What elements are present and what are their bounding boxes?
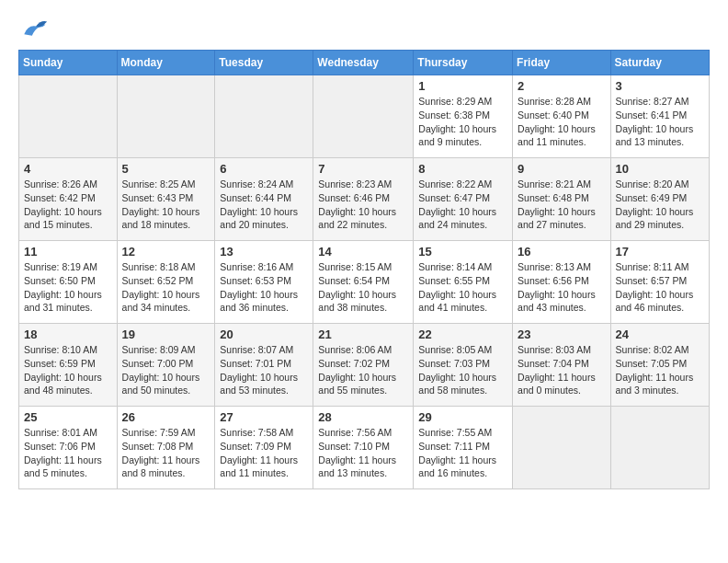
day-number: 23 bbox=[518, 327, 606, 341]
calendar-day-cell: 3Sunrise: 8:27 AM Sunset: 6:41 PM Daylig… bbox=[610, 75, 709, 158]
day-info: Sunrise: 8:02 AM Sunset: 7:05 PM Dayligh… bbox=[616, 343, 704, 397]
calendar-day-cell: 7Sunrise: 8:23 AM Sunset: 6:46 PM Daylig… bbox=[313, 158, 414, 241]
page-header bbox=[18, 18, 710, 40]
calendar-day-cell: 1Sunrise: 8:29 AM Sunset: 6:38 PM Daylig… bbox=[414, 75, 513, 158]
day-info: Sunrise: 7:55 AM Sunset: 7:11 PM Dayligh… bbox=[418, 426, 507, 480]
calendar-day-cell: 9Sunrise: 8:21 AM Sunset: 6:48 PM Daylig… bbox=[513, 158, 611, 241]
day-of-week-header: Thursday bbox=[414, 51, 513, 75]
day-info: Sunrise: 7:59 AM Sunset: 7:08 PM Dayligh… bbox=[122, 426, 210, 480]
day-number: 27 bbox=[220, 410, 308, 424]
day-number: 16 bbox=[518, 245, 606, 259]
day-info: Sunrise: 8:19 AM Sunset: 6:50 PM Dayligh… bbox=[24, 260, 112, 315]
day-of-week-header: Saturday bbox=[610, 51, 709, 75]
day-info: Sunrise: 8:25 AM Sunset: 6:43 PM Dayligh… bbox=[122, 178, 210, 232]
calendar-day-cell: 17Sunrise: 8:11 AM Sunset: 6:57 PM Dayli… bbox=[610, 241, 709, 324]
day-info: Sunrise: 8:10 AM Sunset: 6:59 PM Dayligh… bbox=[24, 343, 112, 397]
day-number: 19 bbox=[122, 327, 210, 341]
day-number: 4 bbox=[24, 162, 112, 176]
day-number: 1 bbox=[418, 79, 507, 93]
day-number: 3 bbox=[616, 79, 704, 93]
calendar-day-cell bbox=[19, 75, 118, 158]
calendar-day-cell: 23Sunrise: 8:03 AM Sunset: 7:04 PM Dayli… bbox=[513, 324, 611, 407]
calendar-table: SundayMondayTuesdayWednesdayThursdayFrid… bbox=[18, 50, 710, 489]
day-info: Sunrise: 8:29 AM Sunset: 6:38 PM Dayligh… bbox=[418, 95, 507, 149]
calendar-day-cell bbox=[215, 75, 313, 158]
day-number: 8 bbox=[418, 162, 507, 176]
day-number: 14 bbox=[318, 245, 408, 259]
calendar-day-cell bbox=[313, 75, 414, 158]
calendar-day-cell: 12Sunrise: 8:18 AM Sunset: 6:52 PM Dayli… bbox=[117, 241, 215, 324]
day-info: Sunrise: 8:13 AM Sunset: 6:56 PM Dayligh… bbox=[518, 260, 606, 315]
calendar-week-row: 4Sunrise: 8:26 AM Sunset: 6:42 PM Daylig… bbox=[19, 158, 710, 241]
calendar-week-row: 1Sunrise: 8:29 AM Sunset: 6:38 PM Daylig… bbox=[19, 75, 710, 158]
calendar-header-row: SundayMondayTuesdayWednesdayThursdayFrid… bbox=[19, 51, 710, 75]
calendar-day-cell: 6Sunrise: 8:24 AM Sunset: 6:44 PM Daylig… bbox=[215, 158, 313, 241]
calendar-day-cell: 29Sunrise: 7:55 AM Sunset: 7:11 PM Dayli… bbox=[414, 407, 513, 489]
calendar-day-cell: 15Sunrise: 8:14 AM Sunset: 6:55 PM Dayli… bbox=[414, 241, 513, 324]
day-info: Sunrise: 8:18 AM Sunset: 6:52 PM Dayligh… bbox=[122, 260, 210, 315]
day-number: 22 bbox=[418, 327, 507, 341]
day-number: 10 bbox=[616, 162, 704, 176]
day-info: Sunrise: 8:11 AM Sunset: 6:57 PM Dayligh… bbox=[616, 260, 704, 315]
day-info: Sunrise: 8:20 AM Sunset: 6:49 PM Dayligh… bbox=[616, 178, 704, 232]
calendar-day-cell: 5Sunrise: 8:25 AM Sunset: 6:43 PM Daylig… bbox=[117, 158, 215, 241]
day-number: 29 bbox=[418, 410, 507, 424]
day-number: 26 bbox=[122, 410, 210, 424]
day-number: 6 bbox=[220, 162, 308, 176]
calendar-day-cell: 22Sunrise: 8:05 AM Sunset: 7:03 PM Dayli… bbox=[414, 324, 513, 407]
day-info: Sunrise: 8:23 AM Sunset: 6:46 PM Dayligh… bbox=[318, 178, 408, 232]
day-info: Sunrise: 8:09 AM Sunset: 7:00 PM Dayligh… bbox=[122, 343, 210, 397]
day-number: 13 bbox=[220, 245, 308, 259]
day-info: Sunrise: 8:03 AM Sunset: 7:04 PM Dayligh… bbox=[518, 343, 606, 397]
day-info: Sunrise: 8:01 AM Sunset: 7:06 PM Dayligh… bbox=[24, 426, 112, 480]
day-number: 9 bbox=[518, 162, 606, 176]
calendar-day-cell: 24Sunrise: 8:02 AM Sunset: 7:05 PM Dayli… bbox=[610, 324, 709, 407]
calendar-day-cell: 16Sunrise: 8:13 AM Sunset: 6:56 PM Dayli… bbox=[513, 241, 611, 324]
calendar-day-cell: 13Sunrise: 8:16 AM Sunset: 6:53 PM Dayli… bbox=[215, 241, 313, 324]
calendar-day-cell: 27Sunrise: 7:58 AM Sunset: 7:09 PM Dayli… bbox=[215, 407, 313, 489]
day-of-week-header: Tuesday bbox=[215, 51, 313, 75]
day-info: Sunrise: 8:16 AM Sunset: 6:53 PM Dayligh… bbox=[220, 260, 308, 315]
day-number: 5 bbox=[122, 162, 210, 176]
calendar-day-cell: 20Sunrise: 8:07 AM Sunset: 7:01 PM Dayli… bbox=[215, 324, 313, 407]
logo bbox=[18, 18, 48, 40]
day-number: 11 bbox=[24, 245, 112, 259]
calendar-week-row: 11Sunrise: 8:19 AM Sunset: 6:50 PM Dayli… bbox=[19, 241, 710, 324]
calendar-day-cell bbox=[513, 407, 611, 489]
day-info: Sunrise: 8:15 AM Sunset: 6:54 PM Dayligh… bbox=[318, 260, 408, 315]
day-number: 28 bbox=[318, 410, 408, 424]
calendar-day-cell: 2Sunrise: 8:28 AM Sunset: 6:40 PM Daylig… bbox=[513, 75, 611, 158]
day-number: 15 bbox=[418, 245, 507, 259]
day-of-week-header: Wednesday bbox=[313, 51, 414, 75]
day-info: Sunrise: 8:24 AM Sunset: 6:44 PM Dayligh… bbox=[220, 178, 308, 232]
day-info: Sunrise: 8:07 AM Sunset: 7:01 PM Dayligh… bbox=[220, 343, 308, 397]
day-info: Sunrise: 8:06 AM Sunset: 7:02 PM Dayligh… bbox=[318, 343, 408, 397]
day-number: 20 bbox=[220, 327, 308, 341]
day-info: Sunrise: 8:14 AM Sunset: 6:55 PM Dayligh… bbox=[418, 260, 507, 315]
calendar-week-row: 25Sunrise: 8:01 AM Sunset: 7:06 PM Dayli… bbox=[19, 407, 710, 489]
day-number: 21 bbox=[318, 327, 408, 341]
day-info: Sunrise: 8:27 AM Sunset: 6:41 PM Dayligh… bbox=[616, 95, 704, 149]
calendar-day-cell: 28Sunrise: 7:56 AM Sunset: 7:10 PM Dayli… bbox=[313, 407, 414, 489]
calendar-day-cell: 21Sunrise: 8:06 AM Sunset: 7:02 PM Dayli… bbox=[313, 324, 414, 407]
day-of-week-header: Sunday bbox=[19, 51, 118, 75]
calendar-week-row: 18Sunrise: 8:10 AM Sunset: 6:59 PM Dayli… bbox=[19, 324, 710, 407]
calendar-day-cell: 8Sunrise: 8:22 AM Sunset: 6:47 PM Daylig… bbox=[414, 158, 513, 241]
calendar-day-cell: 19Sunrise: 8:09 AM Sunset: 7:00 PM Dayli… bbox=[117, 324, 215, 407]
day-info: Sunrise: 8:21 AM Sunset: 6:48 PM Dayligh… bbox=[518, 178, 606, 232]
day-number: 7 bbox=[318, 162, 408, 176]
calendar-day-cell: 10Sunrise: 8:20 AM Sunset: 6:49 PM Dayli… bbox=[610, 158, 709, 241]
day-of-week-header: Monday bbox=[117, 51, 215, 75]
calendar-day-cell bbox=[610, 407, 709, 489]
day-info: Sunrise: 7:56 AM Sunset: 7:10 PM Dayligh… bbox=[318, 426, 408, 480]
day-number: 25 bbox=[24, 410, 112, 424]
day-number: 18 bbox=[24, 327, 112, 341]
day-info: Sunrise: 8:05 AM Sunset: 7:03 PM Dayligh… bbox=[418, 343, 507, 397]
day-info: Sunrise: 7:58 AM Sunset: 7:09 PM Dayligh… bbox=[220, 426, 308, 480]
calendar-day-cell: 25Sunrise: 8:01 AM Sunset: 7:06 PM Dayli… bbox=[19, 407, 118, 489]
calendar-day-cell bbox=[117, 75, 215, 158]
day-number: 24 bbox=[616, 327, 704, 341]
calendar-day-cell: 26Sunrise: 7:59 AM Sunset: 7:08 PM Dayli… bbox=[117, 407, 215, 489]
day-info: Sunrise: 8:26 AM Sunset: 6:42 PM Dayligh… bbox=[24, 178, 112, 232]
logo-bird-icon bbox=[20, 18, 48, 40]
